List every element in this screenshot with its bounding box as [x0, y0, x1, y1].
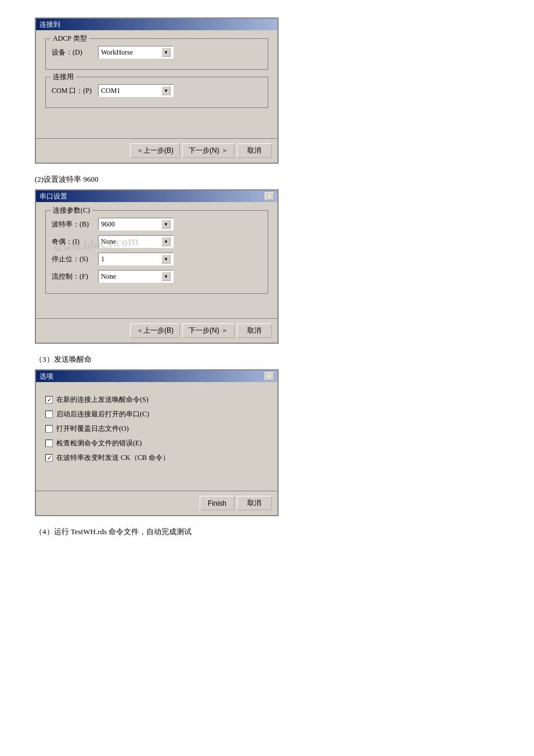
- dialog-serial-titlebar: 串口设置 ✕: [36, 190, 277, 202]
- checkbox-row-0: 在新的连接上发送唤醒命令(S): [45, 395, 268, 405]
- checkbox-label-4: 在波特率改变时发送 CK（CB 命令）: [56, 453, 169, 463]
- baud-dropdown-arrow[interactable]: ▼: [161, 219, 171, 229]
- section3-label: （3）发送唤醒命: [35, 354, 499, 365]
- device-dropdown-arrow[interactable]: ▼: [161, 48, 171, 57]
- checkbox-4[interactable]: [45, 454, 53, 462]
- com-row: COM 口：(P) COM1 ▼: [52, 84, 262, 97]
- dialog-connect: 连接到 ADCP 类型 设备：(D) WorkHorse ▼ 连接用 COM 口…: [35, 17, 279, 164]
- stopbits-select[interactable]: 1 ▼: [98, 253, 174, 265]
- dialog-serial: 串口设置 ✕ www.blocx.com 连接参数(C) 波特率：(B) 960…: [35, 189, 279, 344]
- serial-params-legend: 连接参数(C): [50, 206, 92, 215]
- dialog-options-close[interactable]: ✕: [265, 372, 274, 380]
- com-label: COM 口：(P): [52, 86, 98, 96]
- checkbox-label-2: 打开时覆盖日志文件(O): [56, 424, 129, 434]
- parity-value: None: [101, 237, 116, 246]
- parity-dropdown-arrow[interactable]: ▼: [161, 237, 171, 246]
- serial-prev-button[interactable]: ＜上一步(B): [130, 323, 180, 338]
- flowctrl-row: 流控制：(F) None ▼: [52, 270, 262, 283]
- checkbox-3[interactable]: [45, 440, 53, 447]
- checkbox-2[interactable]: [45, 425, 53, 433]
- stopbits-value: 1: [101, 255, 104, 264]
- checkbox-row-3: 检查检测命令文件的错误(E): [45, 438, 268, 448]
- com-dropdown-arrow[interactable]: ▼: [161, 86, 171, 95]
- dialog-options-title: 选项: [39, 372, 53, 381]
- device-label: 设备：(D): [52, 48, 98, 57]
- dialog-serial-title: 串口设置: [39, 192, 67, 201]
- checkbox-1[interactable]: [45, 411, 53, 418]
- adcp-group-legend: ADCP 类型: [50, 34, 89, 44]
- dialog-connect-body: ADCP 类型 设备：(D) WorkHorse ▼ 连接用 COM 口：(P)…: [36, 30, 277, 138]
- dialog-options: 选项 ✕ 在新的连接上发送唤醒命令(S) 启动后连接最后打开的串口(C) 打开时…: [35, 369, 279, 516]
- stopbits-row: 停止位：(S) 1 ▼: [52, 253, 262, 265]
- checkbox-label-0: 在新的连接上发送唤醒命令(S): [56, 395, 149, 405]
- baud-select[interactable]: 9600 ▼: [98, 218, 174, 231]
- flowctrl-label: 流控制：(F): [52, 272, 98, 282]
- serial-next-button[interactable]: 下一步(N) ＞: [182, 323, 234, 338]
- checkbox-row-4: 在波特率改变时发送 CK（CB 命令）: [45, 453, 268, 463]
- adcp-group: ADCP 类型 设备：(D) WorkHorse ▼: [45, 38, 268, 70]
- stopbits-label: 停止位：(S): [52, 254, 98, 264]
- section4-label: （4）运行 TestWH.rds 命令文件，自动完成测试: [35, 527, 499, 537]
- checkbox-row-1: 启动后连接最后打开的串口(C): [45, 409, 268, 419]
- dialog-connect-titlebar: 连接到: [36, 19, 277, 30]
- flowctrl-select[interactable]: None ▼: [98, 270, 174, 283]
- dialog-serial-footer: ＜上一步(B) 下一步(N) ＞ 取消: [36, 318, 277, 343]
- cancel-button[interactable]: 取消: [237, 143, 272, 158]
- connect-group-legend: 连接用: [50, 72, 76, 82]
- serial-params-group: 连接参数(C) 波特率：(B) 9600 ▼ 奇偶：(I) None ▼ 停止位…: [45, 210, 268, 294]
- baud-row: 波特率：(B) 9600 ▼: [52, 218, 262, 231]
- checkbox-label-3: 检查检测命令文件的错误(E): [56, 438, 142, 448]
- dialog-options-body: 在新的连接上发送唤醒命令(S) 启动后连接最后打开的串口(C) 打开时覆盖日志文…: [36, 382, 277, 491]
- dialog-options-titlebar: 选项 ✕: [36, 370, 277, 382]
- finish-button[interactable]: Finish: [200, 496, 234, 510]
- com-select[interactable]: COM1 ▼: [98, 84, 174, 97]
- flowctrl-dropdown-arrow[interactable]: ▼: [161, 272, 171, 281]
- stopbits-dropdown-arrow[interactable]: ▼: [161, 254, 171, 264]
- com-select-value: COM1: [101, 87, 120, 95]
- dialog-options-footer: Finish 取消: [36, 491, 277, 515]
- parity-select[interactable]: None ▼: [98, 235, 174, 248]
- baud-label: 波特率：(B): [52, 219, 98, 229]
- dialog-serial-body: www.blocx.com 连接参数(C) 波特率：(B) 9600 ▼ 奇偶：…: [36, 202, 277, 318]
- checkbox-label-1: 启动后连接最后打开的串口(C): [56, 409, 149, 419]
- parity-row: 奇偶：(I) None ▼: [52, 235, 262, 248]
- section2-label: (2)设置波特率 9600: [35, 174, 499, 185]
- dialog-serial-close[interactable]: ✕: [265, 192, 274, 200]
- parity-label: 奇偶：(I): [52, 237, 98, 247]
- next-button[interactable]: 下一步(N) ＞: [182, 143, 234, 158]
- baud-value: 9600: [101, 220, 115, 229]
- checkbox-0[interactable]: [45, 396, 53, 404]
- dialog-connect-title: 连接到: [39, 20, 60, 30]
- dialog-connect-footer: ＜上一步(B) 下一步(N) ＞ 取消: [36, 138, 277, 163]
- options-cancel-button[interactable]: 取消: [237, 496, 272, 510]
- checkbox-row-2: 打开时覆盖日志文件(O): [45, 424, 268, 434]
- device-select-value: WorkHorse: [101, 48, 133, 57]
- device-select[interactable]: WorkHorse ▼: [98, 46, 174, 59]
- serial-cancel-button[interactable]: 取消: [237, 323, 272, 338]
- device-row: 设备：(D) WorkHorse ▼: [52, 46, 262, 59]
- flowctrl-value: None: [101, 272, 116, 281]
- connect-group: 连接用 COM 口：(P) COM1 ▼: [45, 77, 268, 108]
- prev-button[interactable]: ＜上一步(B): [130, 143, 180, 158]
